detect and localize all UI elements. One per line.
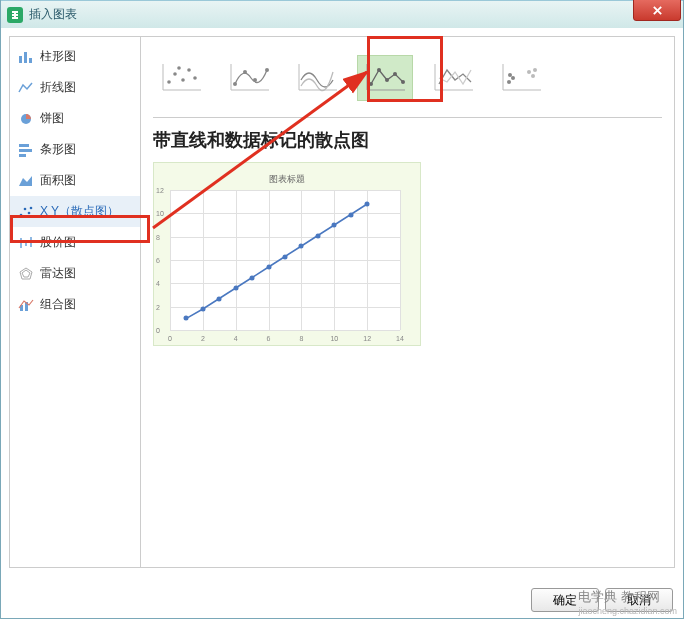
sidebar-item-radar[interactable]: 雷达图 xyxy=(10,258,140,289)
sidebar-item-pie[interactable]: 饼图 xyxy=(10,103,140,134)
svg-rect-3 xyxy=(24,52,27,63)
chart-preview: 图表标题 02468101202468101214 xyxy=(153,162,421,346)
sidebar-item-label: 条形图 xyxy=(40,141,76,158)
sidebar-item-label: 折线图 xyxy=(40,79,76,96)
svg-point-23 xyxy=(167,80,171,84)
data-point xyxy=(184,316,189,321)
sidebar-item-label: 雷达图 xyxy=(40,265,76,282)
svg-point-12 xyxy=(28,211,31,214)
data-point xyxy=(233,286,238,291)
pie-chart-icon xyxy=(18,112,34,126)
sidebar-item-combo[interactable]: 组合图 xyxy=(10,289,140,320)
insert-chart-dialog: 插入图表 柱形图 折线图 饼图 条形图 面积 xyxy=(0,0,684,619)
xtick-label: 2 xyxy=(201,335,205,342)
ytick-label: 8 xyxy=(156,233,160,240)
data-point xyxy=(299,244,304,249)
subtype-scatter-only[interactable] xyxy=(153,55,209,101)
svg-point-10 xyxy=(20,213,23,216)
svg-point-26 xyxy=(187,68,191,72)
xtick-label: 14 xyxy=(396,335,404,342)
dialog-body: 柱形图 折线图 饼图 条形图 面积图 X Y（散点图） xyxy=(1,28,683,576)
ytick-label: 0 xyxy=(156,327,160,334)
sidebar-item-area[interactable]: 面积图 xyxy=(10,165,140,196)
svg-point-48 xyxy=(507,80,511,84)
svg-rect-6 xyxy=(19,144,29,147)
svg-marker-9 xyxy=(19,176,32,186)
data-point xyxy=(332,223,337,228)
chart-subtype-title: 带直线和数据标记的散点图 xyxy=(153,128,662,152)
svg-point-25 xyxy=(181,78,185,82)
data-point xyxy=(200,307,205,312)
sidebar-item-label: X Y（散点图） xyxy=(40,203,119,220)
combo-chart-icon xyxy=(18,298,34,312)
xtick-label: 8 xyxy=(299,335,303,342)
chart-type-sidebar: 柱形图 折线图 饼图 条形图 面积图 X Y（散点图） xyxy=(9,36,141,568)
subtype-row xyxy=(153,47,662,109)
scatter-chart-icon xyxy=(18,205,34,219)
svg-point-52 xyxy=(531,74,535,78)
ytick-label: 6 xyxy=(156,257,160,264)
svg-point-40 xyxy=(377,68,381,72)
svg-point-32 xyxy=(243,70,247,74)
svg-point-50 xyxy=(508,73,512,77)
svg-point-49 xyxy=(511,76,515,80)
chart-axes: 02468101202468101214 xyxy=(170,190,400,330)
data-point xyxy=(217,296,222,301)
chart-subtype-panel: 带直线和数据标记的散点图 图表标题 02468101202468101214 xyxy=(141,36,675,568)
sidebar-item-label: 柱形图 xyxy=(40,48,76,65)
ytick-label: 2 xyxy=(156,303,160,310)
chart-preview-title: 图表标题 xyxy=(170,173,404,186)
svg-point-34 xyxy=(265,68,269,72)
data-point xyxy=(315,233,320,238)
sidebar-item-line[interactable]: 折线图 xyxy=(10,72,140,103)
app-icon xyxy=(7,7,23,23)
divider xyxy=(153,117,662,118)
watermark: 电学典 教程网 jiaocheng.chazidian.com xyxy=(578,588,677,616)
svg-point-27 xyxy=(193,76,197,80)
svg-point-43 xyxy=(401,80,405,84)
data-point xyxy=(283,254,288,259)
sidebar-item-stock[interactable]: 股价图 xyxy=(10,227,140,258)
xtick-label: 12 xyxy=(363,335,371,342)
subtype-smooth[interactable] xyxy=(289,55,345,101)
subtype-line-marker[interactable] xyxy=(357,55,413,101)
xtick-label: 6 xyxy=(267,335,271,342)
area-chart-icon xyxy=(18,174,34,188)
svg-point-28 xyxy=(177,66,181,70)
ytick-label: 4 xyxy=(156,280,160,287)
xtick-label: 0 xyxy=(168,335,172,342)
svg-marker-18 xyxy=(22,270,30,277)
sidebar-item-bar[interactable]: 柱形图 xyxy=(10,41,140,72)
svg-rect-2 xyxy=(19,56,22,63)
svg-point-41 xyxy=(385,78,389,82)
sidebar-item-label: 股价图 xyxy=(40,234,76,251)
data-point xyxy=(365,202,370,207)
subtype-line[interactable] xyxy=(425,55,481,101)
xtick-label: 10 xyxy=(330,335,338,342)
data-point xyxy=(348,212,353,217)
hbar-chart-icon xyxy=(18,143,34,157)
svg-point-11 xyxy=(24,207,27,210)
subtype-smooth-marker[interactable] xyxy=(221,55,277,101)
sidebar-item-label: 组合图 xyxy=(40,296,76,313)
svg-rect-7 xyxy=(19,149,32,152)
svg-point-31 xyxy=(233,82,237,86)
bar-chart-icon xyxy=(18,50,34,64)
sidebar-item-hbar[interactable]: 条形图 xyxy=(10,134,140,165)
radar-chart-icon xyxy=(18,267,34,281)
svg-point-42 xyxy=(393,72,397,76)
svg-point-53 xyxy=(533,68,537,72)
svg-point-33 xyxy=(253,78,257,82)
data-point xyxy=(250,275,255,280)
close-button[interactable] xyxy=(633,0,681,21)
svg-point-39 xyxy=(369,82,373,86)
line-chart-icon xyxy=(18,81,34,95)
svg-point-13 xyxy=(30,206,33,209)
subtype-scatter-group[interactable] xyxy=(493,55,549,101)
titlebar: 插入图表 xyxy=(1,0,683,28)
ytick-label: 12 xyxy=(156,187,164,194)
svg-rect-8 xyxy=(19,154,26,157)
xtick-label: 4 xyxy=(234,335,238,342)
svg-point-51 xyxy=(527,70,531,74)
sidebar-item-scatter[interactable]: X Y（散点图） xyxy=(10,196,140,227)
